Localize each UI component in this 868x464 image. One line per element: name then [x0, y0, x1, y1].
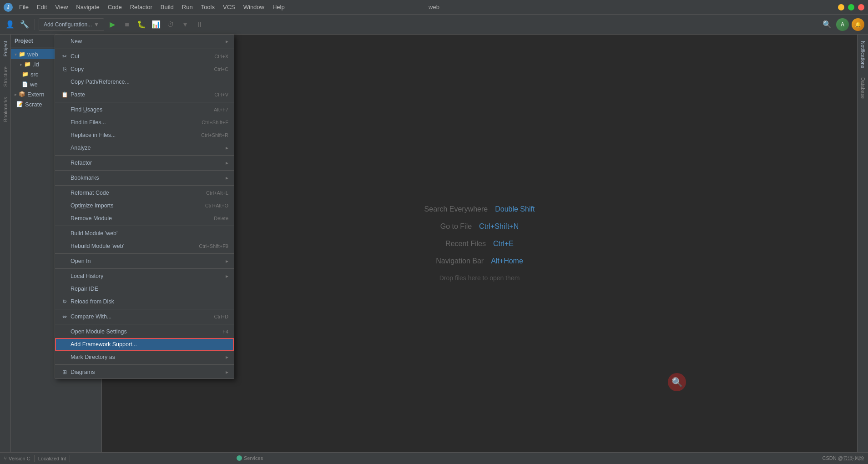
cm-paste[interactable]: 📋 Paste Ctrl+V: [55, 88, 234, 101]
menu-vcs[interactable]: VCS: [219, 2, 239, 12]
cm-diagrams-icon: ⊞: [61, 369, 69, 375]
user-avatar[interactable]: A: [836, 18, 849, 31]
cm-refactor[interactable]: Refactor ▸: [55, 156, 234, 169]
debug-button[interactable]: 🐛: [135, 18, 148, 31]
status-version-control[interactable]: ⑂ Version C: [4, 455, 30, 462]
cm-bookmarks[interactable]: Bookmarks ▸: [55, 171, 234, 184]
maximize-button[interactable]: □: [848, 4, 854, 10]
services-circle: [237, 455, 242, 461]
cm-add-framework-support[interactable]: Add Framework Support...: [55, 338, 234, 351]
right-tab-database[interactable]: Database: [859, 73, 867, 103]
add-configuration-button[interactable]: Add Configuration... ▼: [39, 18, 104, 31]
hint-goto-file-label: Go to File: [440, 222, 472, 231]
close-button[interactable]: ×: [858, 4, 864, 10]
search-red-icon: 🔍: [668, 373, 686, 391]
cm-sep-7: [55, 253, 234, 254]
sidebar-tab-bookmarks[interactable]: Bookmarks: [1, 92, 10, 126]
cm-copy-shortcut: Ctrl+C: [214, 66, 228, 72]
hint-navigation-bar: Navigation Bar Alt+Home: [436, 257, 523, 265]
cm-copy-path[interactable]: Copy Path/Reference...: [55, 76, 234, 88]
tree-label-web: web: [27, 51, 38, 58]
search-everywhere-icon[interactable]: 🔍: [821, 18, 833, 31]
status-version-control-label: Version C: [9, 456, 30, 461]
cm-new-label: New: [71, 38, 82, 45]
status-sep-1: [34, 455, 35, 462]
cm-analyze[interactable]: Analyze ▸: [55, 141, 234, 154]
menu-window[interactable]: Window: [240, 2, 268, 12]
menu-navigate[interactable]: Navigate: [72, 2, 103, 12]
status-localized[interactable]: Localized Int: [38, 456, 66, 461]
cm-copy[interactable]: ⎘ Copy Ctrl+C: [55, 63, 234, 76]
cm-reload-from-disk-icon: ↻: [61, 298, 69, 305]
minimize-button[interactable]: −: [838, 4, 844, 10]
status-right-text: CSDN @云淡·风险: [823, 455, 864, 462]
folder-icon-external: 📦: [19, 91, 25, 97]
toolbar-separator-2: [210, 19, 210, 30]
status-localized-label: Localized Int: [38, 456, 66, 461]
cm-cut[interactable]: ✂ Cut Ctrl+X: [55, 50, 234, 63]
menu-help[interactable]: Help: [269, 2, 288, 12]
status-right: CSDN @云淡·风险: [823, 455, 864, 462]
cm-sep-8: [55, 268, 234, 269]
cm-find-in-files-label: Find in Files...: [71, 119, 106, 126]
cm-find-usages-shortcut: Alt+F7: [214, 107, 228, 112]
wrench-icon[interactable]: 🔧: [18, 18, 31, 31]
profile-icon[interactable]: 👤: [4, 18, 16, 31]
tree-arrow-id: ▸: [20, 62, 22, 67]
cm-refactor-label: Refactor: [71, 160, 92, 166]
cm-local-history[interactable]: Local History ▸: [55, 270, 234, 282]
menu-code[interactable]: Code: [104, 2, 126, 12]
suspend-button[interactable]: ⏸: [193, 18, 206, 31]
menu-view[interactable]: View: [51, 2, 71, 12]
dropdown-arrow-icon[interactable]: ▾: [179, 18, 192, 31]
menu-refactor[interactable]: Refactor: [126, 2, 156, 12]
cm-open-module-settings[interactable]: Open Module Settings F4: [55, 325, 234, 338]
cm-compare-with[interactable]: ⇔ Compare With... Ctrl+D: [55, 310, 234, 323]
cm-remove-module-label: Remove Module: [71, 215, 112, 222]
profile-run-button[interactable]: ⏱: [164, 18, 177, 31]
cm-open-in-arrow: ▸: [226, 258, 228, 264]
cm-copy-path-label: Copy Path/Reference...: [71, 79, 130, 85]
hint-goto-file: Go to File Ctrl+Shift+N: [440, 222, 519, 231]
sidebar-tab-project[interactable]: Project: [1, 36, 10, 61]
cm-build-module[interactable]: Build Module 'web': [55, 227, 234, 240]
window-title: web: [429, 4, 439, 10]
notification-button[interactable]: 🔔: [852, 18, 864, 31]
run-button[interactable]: ▶: [106, 18, 119, 31]
cm-reformat-code[interactable]: Reformat Code Ctrl+Alt+L: [55, 187, 234, 199]
cm-open-module-settings-label: Open Module Settings: [71, 328, 127, 335]
cm-remove-module[interactable]: Remove Module Delete: [55, 212, 234, 225]
hint-recent-files: Recent Files Ctrl+E: [445, 240, 514, 248]
cm-open-in[interactable]: Open In ▸: [55, 255, 234, 267]
menu-run[interactable]: Run: [178, 2, 197, 12]
menu-tools[interactable]: Tools: [197, 2, 218, 12]
cm-diagrams[interactable]: ⊞ Diagrams ▸: [55, 366, 234, 378]
cm-repair-ide[interactable]: Repair IDE: [55, 282, 234, 295]
coverage-button[interactable]: 📊: [150, 18, 162, 31]
cm-mark-directory-arrow: ▸: [226, 354, 228, 360]
cm-mark-directory[interactable]: Mark Directory as ▸: [55, 351, 234, 363]
sidebar-tab-structure[interactable]: Structure: [1, 62, 10, 91]
cm-replace-in-files[interactable]: Replace in Files... Ctrl+Shift+R: [55, 129, 234, 141]
cm-local-history-label: Local History: [71, 273, 103, 279]
cm-optimize-shortcut: Ctrl+Alt+O: [205, 203, 228, 208]
hint-recent-files-key: Ctrl+E: [493, 240, 514, 248]
menu-build[interactable]: Build: [157, 2, 177, 12]
menu-file[interactable]: File: [15, 2, 32, 12]
cm-find-in-files[interactable]: Find in Files... Ctrl+Shift+F: [55, 116, 234, 129]
cm-new[interactable]: New ▸: [55, 35, 234, 48]
cm-sep-2: [55, 102, 234, 102]
cm-reformat-shortcut: Ctrl+Alt+L: [206, 190, 228, 196]
stop-button[interactable]: ■: [121, 18, 133, 31]
cm-reload-from-disk[interactable]: ↻ Reload from Disk: [55, 295, 234, 308]
cm-sep-11: [55, 364, 234, 365]
tree-label-id: .id: [33, 61, 39, 68]
cm-rebuild-module[interactable]: Rebuild Module 'web' Ctrl+Shift+F9: [55, 240, 234, 252]
cm-reload-from-disk-label: Reload from Disk: [71, 298, 114, 305]
right-tab-notifications[interactable]: Notifications: [859, 36, 867, 73]
status-services[interactable]: Services: [237, 452, 263, 464]
menu-edit[interactable]: Edit: [33, 2, 50, 12]
status-sep-2: [70, 455, 70, 462]
cm-optimize-imports[interactable]: Optimize Imports Ctrl+Alt+O: [55, 199, 234, 212]
cm-find-usages[interactable]: Find Usages Alt+F7: [55, 103, 234, 116]
